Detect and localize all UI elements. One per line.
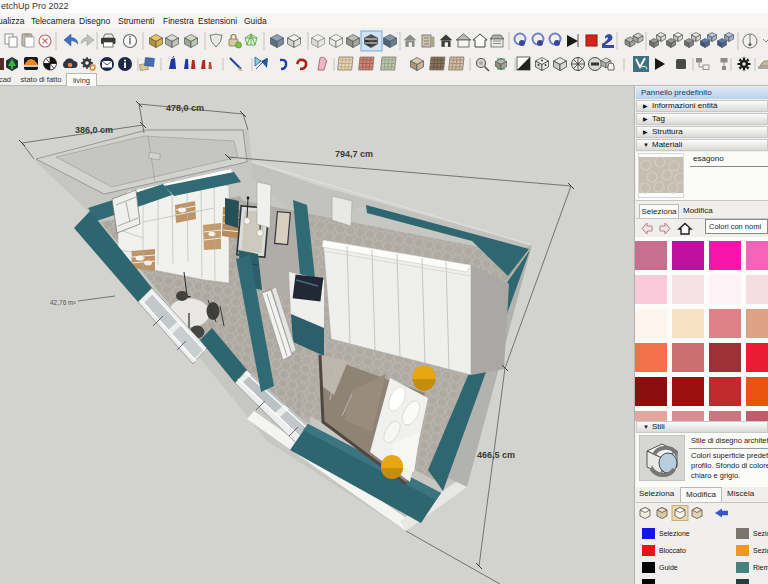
svg-text:42,76 m²: 42,76 m² bbox=[50, 299, 76, 306]
svg-text:386,0 cm: 386,0 cm bbox=[75, 125, 113, 135]
svg-text:466,5 cm: 466,5 cm bbox=[477, 450, 515, 460]
svg-text:478,0 cm: 478,0 cm bbox=[166, 103, 204, 113]
svg-text:794,7 cm: 794,7 cm bbox=[335, 149, 373, 159]
